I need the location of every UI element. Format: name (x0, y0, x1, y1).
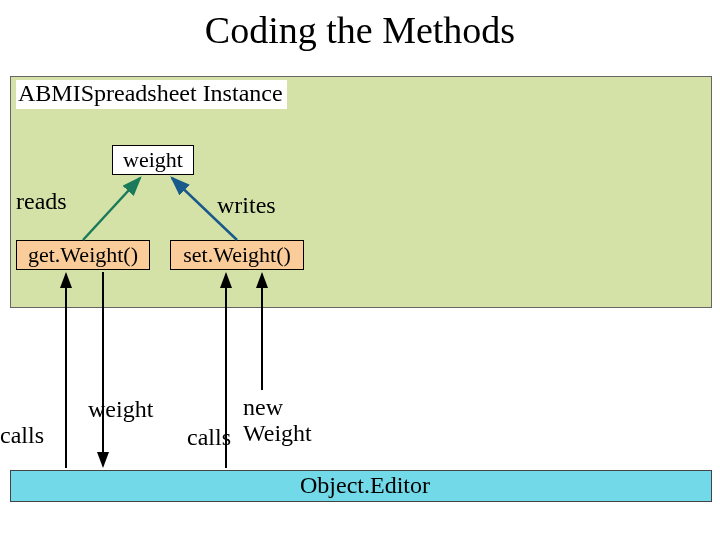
return-weight-label: weight (88, 396, 153, 423)
weight-field-box: weight (112, 145, 194, 175)
set-weight-box: set.Weight() (170, 240, 304, 270)
instance-label: ABMISpreadsheet Instance (16, 80, 287, 109)
new-weight-label: new Weight (243, 394, 312, 447)
get-weight-box: get.Weight() (16, 240, 150, 270)
writes-label: writes (217, 192, 276, 219)
calls-label-mid: calls (187, 424, 231, 451)
new-weight-line2: Weight (243, 420, 312, 446)
new-weight-line1: new (243, 394, 283, 420)
calls-label-left: calls (0, 422, 44, 449)
instance-box (10, 76, 712, 308)
object-editor-label: Object.Editor (300, 472, 430, 499)
slide-title: Coding the Methods (0, 8, 720, 52)
reads-label: reads (16, 188, 67, 215)
slide: Coding the Methods ABMISpreadsheet Insta… (0, 0, 720, 540)
